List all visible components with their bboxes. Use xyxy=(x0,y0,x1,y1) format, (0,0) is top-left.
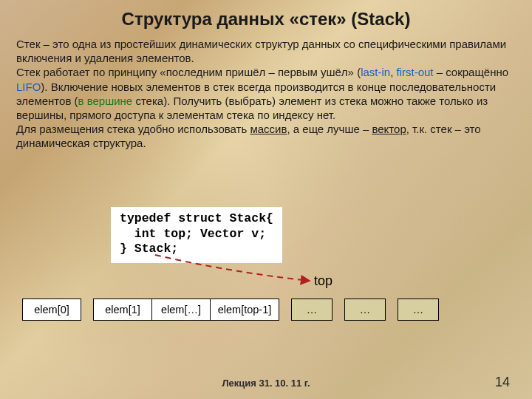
slide-title: Структура данных «стек» (Stack) xyxy=(16,9,516,30)
body-text: Стек – это одна из простейших динамическ… xyxy=(16,37,516,151)
array-cell-empty: … xyxy=(398,299,439,321)
footer-text: Лекция 31. 10. 11 г. xyxy=(0,378,532,389)
term-top: в вершине xyxy=(78,95,133,107)
p1: Стек – это одна из простейших динамическ… xyxy=(16,38,506,64)
term-lastin: last-in xyxy=(361,66,390,78)
array-cell: elem[0] xyxy=(22,299,81,321)
array-cell-empty: … xyxy=(291,299,332,321)
term-vector: вектор xyxy=(372,123,406,135)
array-diagram: elem[0] elem[1] elem[…] elem[top-1] … … … xyxy=(22,299,439,321)
code-block: typedef struct Stack{ int top; Vector v;… xyxy=(111,207,282,263)
array-cell: elem[…] xyxy=(151,299,211,321)
p2a: Стек работает по принципу «последним при… xyxy=(16,66,361,78)
term-array: массив xyxy=(250,123,287,135)
term-lifo: LIFO xyxy=(16,81,41,93)
top-label: top xyxy=(314,273,332,289)
term-firstout: first-out xyxy=(397,66,434,78)
array-cell: elem[1] xyxy=(93,299,152,321)
array-cell-empty: … xyxy=(344,299,386,321)
array-cell: elem[top-1] xyxy=(210,299,279,321)
page-number: 14 xyxy=(495,375,510,390)
